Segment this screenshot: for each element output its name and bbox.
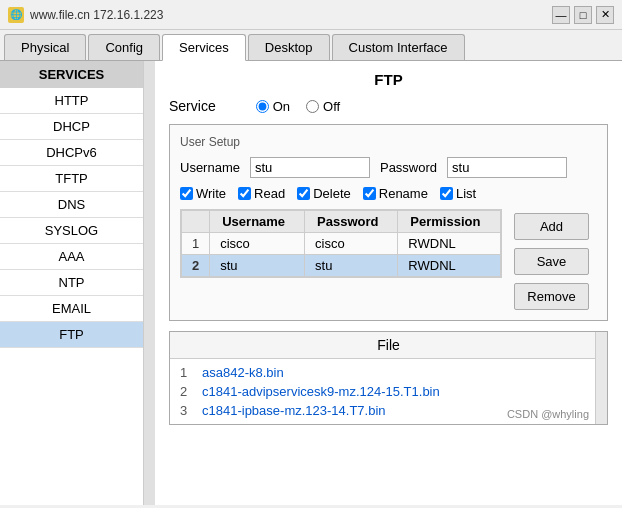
sidebar-item-http[interactable]: HTTP	[0, 88, 143, 114]
sidebar-items: HTTP DHCP DHCPv6 TFTP DNS SYSLOG AAA NTP…	[0, 88, 143, 348]
row2-username: stu	[210, 255, 305, 277]
sidebar-item-tftp[interactable]: TFTP	[0, 166, 143, 192]
col-num	[182, 211, 210, 233]
list-label: List	[456, 186, 476, 201]
row2-password: stu	[305, 255, 398, 277]
checkbox-rename[interactable]: Rename	[363, 186, 428, 201]
col-permission: Permission	[398, 211, 501, 233]
row2-permission: RWDNL	[398, 255, 501, 277]
file3-num: 3	[180, 403, 194, 418]
file-section-title: File	[170, 332, 607, 359]
action-buttons: Add Save Remove	[514, 213, 589, 310]
username-label: Username	[180, 160, 240, 175]
checkbox-write[interactable]: Write	[180, 186, 226, 201]
checkboxes-row: Write Read Delete Rename List	[180, 186, 597, 201]
watermark: CSDN @whyling	[507, 408, 589, 420]
tab-desktop[interactable]: Desktop	[248, 34, 330, 60]
table-row[interactable]: 1 cisco cisco RWDNL	[182, 233, 501, 255]
sidebar-item-ntp[interactable]: NTP	[0, 270, 143, 296]
delete-label: Delete	[313, 186, 351, 201]
checkbox-list[interactable]: List	[440, 186, 476, 201]
sidebar: SERVICES HTTP DHCP DHCPv6 TFTP DNS SYSLO…	[0, 61, 155, 505]
add-button[interactable]: Add	[514, 213, 589, 240]
user-fields: Username Password	[180, 157, 597, 178]
tab-physical[interactable]: Physical	[4, 34, 86, 60]
row1-password: cisco	[305, 233, 398, 255]
file1-link[interactable]: asa842-k8.bin	[202, 365, 284, 380]
radio-on[interactable]	[256, 100, 269, 113]
user-table: Username Password Permission 1 cisco cis…	[181, 210, 501, 277]
title-bar: 🌐 www.file.cn 172.16.1.223 — □ ✕	[0, 0, 622, 30]
row2-num: 2	[182, 255, 210, 277]
app-icon: 🌐	[8, 7, 24, 23]
sidebar-inner: SERVICES HTTP DHCP DHCPv6 TFTP DNS SYSLO…	[0, 61, 143, 505]
row1-num: 1	[182, 233, 210, 255]
user-setup-title: User Setup	[180, 135, 597, 149]
sidebar-scrollbar[interactable]	[143, 61, 155, 505]
user-setup-box: User Setup Username Password Write Read	[169, 124, 608, 321]
username-input[interactable]	[250, 157, 370, 178]
password-label: Password	[380, 160, 437, 175]
save-button[interactable]: Save	[514, 248, 589, 275]
sidebar-item-dhcpv6[interactable]: DHCPv6	[0, 140, 143, 166]
rename-checkbox[interactable]	[363, 187, 376, 200]
file-scrollbar[interactable]	[595, 332, 607, 424]
checkbox-read[interactable]: Read	[238, 186, 285, 201]
radio-group: On Off	[256, 99, 340, 114]
sidebar-header: SERVICES	[0, 61, 143, 88]
window-controls[interactable]: — □ ✕	[552, 6, 614, 24]
list-item: 1 asa842-k8.bin	[180, 363, 597, 382]
user-table-container: Username Password Permission 1 cisco cis…	[180, 209, 502, 278]
sidebar-item-syslog[interactable]: SYSLOG	[0, 218, 143, 244]
sidebar-item-ftp[interactable]: FTP	[0, 322, 143, 348]
write-label: Write	[196, 186, 226, 201]
tab-config[interactable]: Config	[88, 34, 160, 60]
maximize-button[interactable]: □	[574, 6, 592, 24]
tab-custom-interface[interactable]: Custom Interface	[332, 34, 465, 60]
sidebar-item-dhcp[interactable]: DHCP	[0, 114, 143, 140]
title-bar-left: 🌐 www.file.cn 172.16.1.223	[8, 7, 163, 23]
service-label: Service	[169, 98, 216, 114]
tab-bar: Physical Config Services Desktop Custom …	[0, 30, 622, 61]
radio-off-label: Off	[323, 99, 340, 114]
delete-checkbox[interactable]	[297, 187, 310, 200]
page-title: FTP	[169, 71, 608, 88]
row1-username: cisco	[210, 233, 305, 255]
file1-num: 1	[180, 365, 194, 380]
write-checkbox[interactable]	[180, 187, 193, 200]
window-title: www.file.cn 172.16.1.223	[30, 8, 163, 22]
remove-button[interactable]: Remove	[514, 283, 589, 310]
close-button[interactable]: ✕	[596, 6, 614, 24]
col-username: Username	[210, 211, 305, 233]
sidebar-item-dns[interactable]: DNS	[0, 192, 143, 218]
rename-label: Rename	[379, 186, 428, 201]
read-checkbox[interactable]	[238, 187, 251, 200]
main-content: SERVICES HTTP DHCP DHCPv6 TFTP DNS SYSLO…	[0, 61, 622, 505]
radio-on-option[interactable]: On	[256, 99, 290, 114]
service-row: Service On Off	[169, 98, 608, 114]
row1-permission: RWDNL	[398, 233, 501, 255]
content-area: FTP Service On Off User Setup Username	[155, 61, 622, 505]
sidebar-item-aaa[interactable]: AAA	[0, 244, 143, 270]
col-password: Password	[305, 211, 398, 233]
file3-link[interactable]: c1841-ipbase-mz.123-14.T7.bin	[202, 403, 386, 418]
radio-off-option[interactable]: Off	[306, 99, 340, 114]
file2-link[interactable]: c1841-advipservicesk9-mz.124-15.T1.bin	[202, 384, 440, 399]
checkbox-delete[interactable]: Delete	[297, 186, 351, 201]
table-row[interactable]: 2 stu stu RWDNL	[182, 255, 501, 277]
radio-off[interactable]	[306, 100, 319, 113]
list-item: 2 c1841-advipservicesk9-mz.124-15.T1.bin	[180, 382, 597, 401]
file2-num: 2	[180, 384, 194, 399]
radio-on-label: On	[273, 99, 290, 114]
minimize-button[interactable]: —	[552, 6, 570, 24]
read-label: Read	[254, 186, 285, 201]
password-input[interactable]	[447, 157, 567, 178]
tab-services[interactable]: Services	[162, 34, 246, 61]
sidebar-item-email[interactable]: EMAIL	[0, 296, 143, 322]
list-checkbox[interactable]	[440, 187, 453, 200]
file-section: File 1 asa842-k8.bin 2 c1841-advipservic…	[169, 331, 608, 425]
